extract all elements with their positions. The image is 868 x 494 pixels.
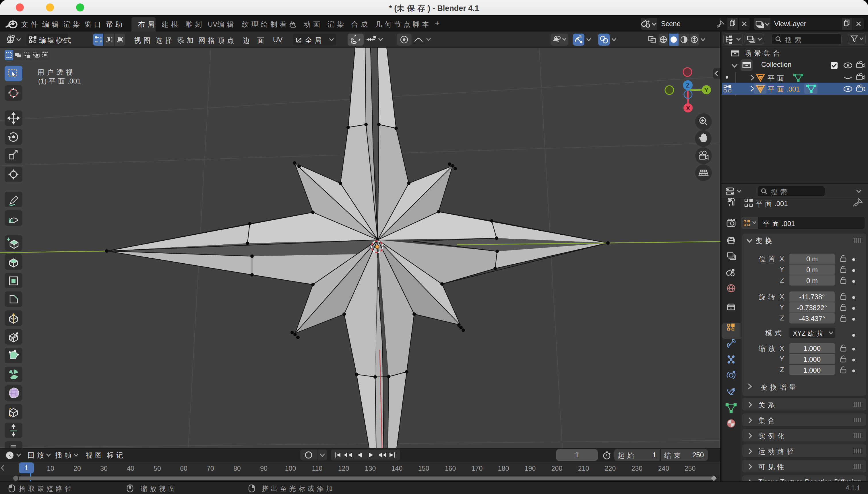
svg-text:Y: Y <box>704 87 708 93</box>
svg-text:Z: Z <box>686 82 690 89</box>
svg-text:X: X <box>686 105 690 111</box>
